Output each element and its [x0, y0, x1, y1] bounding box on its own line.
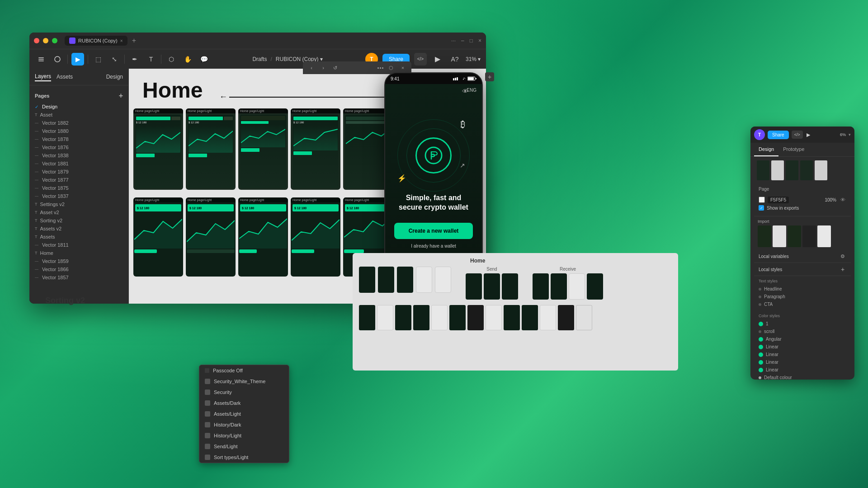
more-options[interactable] — [377, 67, 383, 69]
layer-sorting-v2[interactable]: T Sorting v2 — [29, 216, 128, 225]
open-external-button[interactable]: ⬡ — [387, 64, 395, 72]
layers-tab[interactable]: Layers — [35, 72, 51, 81]
maximize-button[interactable] — [52, 38, 57, 43]
layer-vec1838[interactable]: Vector 1838 — [29, 151, 128, 160]
color-entry-scroll[interactable]: scroll — [759, 328, 846, 335]
layer-assets-v2[interactable]: T Assets v2 — [29, 225, 128, 233]
add-frame-button[interactable]: + — [485, 72, 494, 81]
frame-thumb-3[interactable]: Home page/Light — [238, 108, 288, 190]
layer-vec1881[interactable]: Vector 1881 — [29, 160, 128, 168]
color-entry-linear-4[interactable]: Linear — [759, 366, 846, 374]
accessibility-button[interactable]: A? — [448, 53, 461, 66]
color-entry-angular[interactable]: Angular — [759, 335, 846, 343]
style-cta[interactable]: CTA — [759, 300, 846, 308]
close-button[interactable] — [34, 38, 39, 43]
dark-frame-3[interactable]: Home page/Light $ 12 180 — [238, 197, 288, 277]
visibility-toggle[interactable]: 👁 — [839, 196, 846, 203]
minimize-button[interactable] — [43, 38, 48, 43]
have-wallet-link[interactable]: I already have a wallet — [411, 244, 456, 249]
frame-tool-button[interactable]: ⬚ — [92, 53, 104, 66]
zoom-control[interactable]: 31% ▾ — [466, 56, 481, 62]
hand-tool-button[interactable]: ✋ — [181, 53, 194, 66]
window-fullscreen-icon[interactable]: □ — [470, 38, 473, 44]
scale-tool-button[interactable]: ⤡ — [108, 53, 121, 66]
layer-home[interactable]: T Home — [29, 249, 128, 257]
create-wallet-button[interactable]: Create a new wallet — [394, 223, 473, 239]
page-color-swatch[interactable] — [759, 197, 765, 203]
dark-frame-1[interactable]: Home page/Light $ 12 180 — [133, 197, 183, 277]
style-dot-icon — [759, 288, 761, 291]
dark-frame-2[interactable]: Home page/Light $ 12 180 — [186, 197, 236, 277]
close-preview-button[interactable]: × — [399, 64, 407, 72]
code-view-button[interactable]: </> — [414, 53, 427, 66]
style-headline[interactable]: Headline — [759, 285, 846, 293]
page-design[interactable]: ✓ Design — [29, 103, 128, 111]
layer-vec1866[interactable]: Vector 1866 — [29, 265, 128, 273]
components-button[interactable]: ⬡ — [165, 53, 178, 66]
text-tool-button[interactable]: T — [145, 53, 157, 66]
forward-button[interactable]: › — [319, 64, 327, 72]
pen-tool-button[interactable]: ✒ — [128, 53, 141, 66]
layer-asset[interactable]: T Asset — [29, 111, 128, 119]
context-passcode[interactable]: Passcode Off — [199, 365, 289, 376]
layer-vec1875[interactable]: Vector 1875 — [29, 184, 128, 192]
show-exports-checkbox[interactable]: ✓ — [759, 205, 764, 211]
local-vars-settings-icon[interactable]: ⚙ — [839, 253, 846, 260]
layer-vec1877[interactable]: Vector 1877 — [29, 176, 128, 184]
frame-thumb-4[interactable]: Home page/Light $ 12 180 — [291, 108, 340, 190]
current-tab[interactable]: RUBICON (Copy) × — [65, 36, 127, 46]
layer-vec1878[interactable]: Vector 1878 — [29, 135, 128, 143]
color-entry-default[interactable]: Default colour — [759, 374, 846, 380]
assets-tab[interactable]: Assets — [57, 73, 73, 81]
lr2-t4 — [413, 305, 429, 330]
layer-vec1837[interactable]: Vector 1837 — [29, 192, 128, 200]
layer-vec1876[interactable]: Vector 1876 — [29, 143, 128, 151]
context-send-light[interactable]: Send/Light — [199, 441, 289, 452]
layer-vec1880[interactable]: Vector 1880 — [29, 127, 128, 135]
color-entry-linear-3[interactable]: Linear — [759, 358, 846, 366]
local-styles-add-button[interactable]: + — [839, 266, 846, 273]
present-button[interactable]: ▶ — [431, 53, 444, 66]
context-assets-light[interactable]: Assets/Light — [199, 408, 289, 419]
layer-vec1857[interactable]: Vector 1857 — [29, 273, 128, 282]
color-entry-1[interactable]: 1 — [759, 320, 846, 328]
context-security[interactable]: Security — [199, 387, 289, 398]
layer-vec1859[interactable]: Vector 1859 — [29, 257, 128, 265]
context-sort-light[interactable]: Sort types/Light — [199, 452, 289, 463]
add-tab-button[interactable]: + — [129, 37, 139, 45]
rp-code-button[interactable]: </> — [792, 131, 803, 139]
rp-play-icon[interactable]: ▶ — [807, 132, 810, 138]
layer-dash-icon — [35, 196, 38, 197]
layer-settings-v2[interactable]: T Settings v2 — [29, 200, 128, 208]
back-button[interactable]: ‹ — [307, 64, 316, 72]
layer-assets[interactable]: T Assets — [29, 233, 128, 241]
frame-thumb-2[interactable]: Home page/Light $ 12 180 — [186, 108, 236, 190]
rp-share-button[interactable]: Share — [768, 131, 789, 139]
context-history-dark[interactable]: History/Dark — [199, 419, 289, 430]
context-history-light[interactable]: History/Light — [199, 430, 289, 441]
layer-vec1879[interactable]: Vector 1879 — [29, 168, 128, 176]
layer-vec1811[interactable]: Vector 1811 — [29, 241, 128, 249]
design-tab[interactable]: Design — [106, 74, 123, 80]
style-paragraph[interactable]: Paragraph — [759, 293, 846, 300]
rp-design-tab[interactable]: Design — [754, 143, 778, 156]
context-assets-dark[interactable]: Assets/Dark — [199, 398, 289, 408]
add-page-button[interactable]: + — [119, 92, 123, 100]
window-options-icon[interactable]: ··· — [451, 38, 456, 44]
visibility-icon[interactable]: 👁 — [462, 88, 468, 95]
move-tool-button[interactable]: ▶ — [71, 53, 84, 66]
frame-thumb-1[interactable]: Home page/Light $ 12 180 — [133, 108, 183, 190]
context-security-white[interactable]: Security_White_Theme — [199, 376, 289, 387]
window-close-icon[interactable]: × — [478, 38, 481, 44]
refresh-button[interactable]: ↺ — [331, 64, 339, 72]
dark-frame-4[interactable]: Home page/Light $ 12 180 — [291, 197, 340, 277]
figma-menu-button[interactable] — [35, 53, 47, 66]
color-entry-linear-1[interactable]: Linear — [759, 343, 846, 351]
window-minimize-icon[interactable]: – — [461, 38, 464, 44]
layer-asset-v2[interactable]: T Asset v2 — [29, 208, 128, 216]
layer-vec1882[interactable]: Vector 1882 — [29, 119, 128, 127]
comment-tool-button[interactable]: 💬 — [198, 53, 210, 66]
color-entry-linear-2[interactable]: Linear — [759, 351, 846, 358]
tab-close-icon[interactable]: × — [120, 38, 123, 43]
rp-prototype-tab[interactable]: Prototype — [778, 143, 809, 156]
